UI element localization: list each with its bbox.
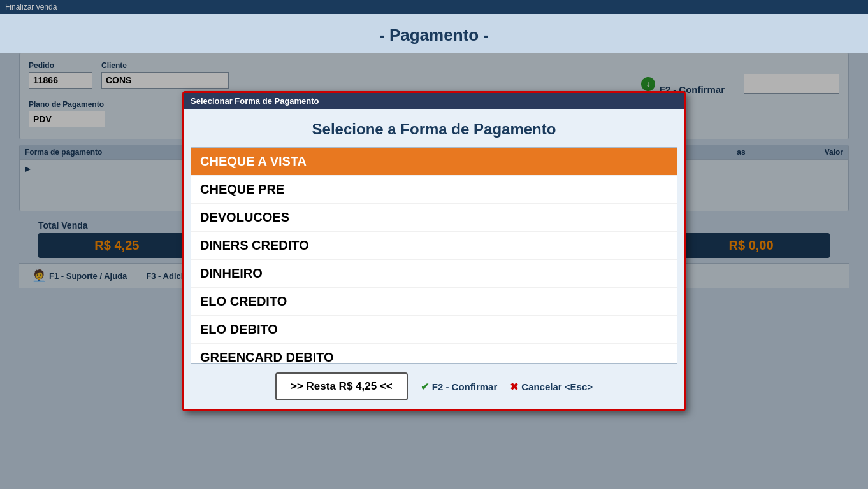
list-item-2[interactable]: DEVOLUCOES (191, 204, 677, 232)
list-item-7[interactable]: GREENCARD DEBITO (191, 344, 677, 364)
main-window: - Pagamento - Pedido Cliente ↓ F2 - Conf… (0, 14, 868, 489)
modal-confirm-button[interactable]: ✔ F2 - Confirmar (421, 381, 498, 393)
modal-cancel-button[interactable]: ✖ Cancelar <Esc> (510, 381, 593, 393)
modal-header: Selecione a Forma de Pagamento (184, 109, 684, 147)
list-item-0[interactable]: CHEQUE A VISTA (191, 148, 677, 176)
modal-list[interactable]: CHEQUE A VISTA CHEQUE PRE DEVOLUCOES DIN… (191, 147, 677, 364)
modal-title-bar: Selecionar Forma de Pagamento (184, 93, 684, 109)
page-title: - Pagamento - (0, 14, 868, 53)
modal-overlay: Selecionar Forma de Pagamento Selecione … (0, 53, 868, 489)
list-item-6[interactable]: ELO DEBITO (191, 316, 677, 344)
list-item-5[interactable]: ELO CREDITO (191, 288, 677, 316)
title-bar: Finalizar venda (0, 0, 868, 14)
modal-cancel-icon: ✖ (510, 381, 518, 393)
list-item-4[interactable]: DINHEIRO (191, 260, 677, 288)
modal-confirm-label: F2 - Confirmar (432, 381, 498, 392)
modal: Selecionar Forma de Pagamento Selecione … (182, 91, 686, 411)
title-bar-label: Finalizar venda (5, 3, 57, 11)
modal-confirm-icon: ✔ (421, 381, 429, 393)
resta-button[interactable]: >> Resta R$ 4,25 << (275, 372, 408, 400)
list-item-1[interactable]: CHEQUE PRE (191, 176, 677, 204)
modal-footer: >> Resta R$ 4,25 << ✔ F2 - Confirmar ✖ C… (184, 364, 684, 409)
form-area: Pedido Cliente ↓ F2 - Confirmar (0, 53, 868, 489)
list-item-3[interactable]: DINERS CREDITO (191, 232, 677, 260)
modal-cancel-label: Cancelar <Esc> (521, 381, 593, 392)
